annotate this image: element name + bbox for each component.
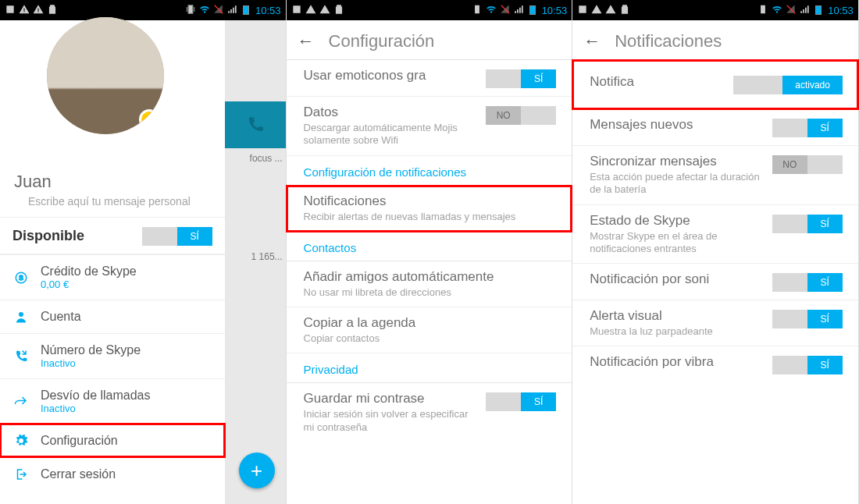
phone-settings: 10:53 ← Configuración Usar emoticonos gr… [287,0,573,504]
row-desvio[interactable]: Desvío de llamadas Inactivo [0,378,225,424]
disponible-label: Disponible [12,228,84,244]
toggle-estado[interactable]: SÍ [772,215,843,233]
bg-text-focus: focus ... [225,148,286,169]
wifi-icon [486,4,497,17]
page-title: Configuración [329,31,435,51]
no-signal-icon [500,4,511,17]
credit-value: 0,00 € [41,279,137,290]
row-cuenta[interactable]: Cuenta [0,300,225,333]
toggle-master[interactable]: activado [733,76,843,94]
image-icon [5,4,16,17]
row-copiar[interactable]: Copiar a la agenda Copiar contactos [287,307,572,353]
row-disponible[interactable]: Disponible SÍ [0,217,225,254]
phone-notifications: 10:53 ← Notificaciones Notifica activado… [572,0,859,504]
numero-value: Inactivo [41,357,141,369]
desvio-value: Inactivo [41,403,151,414]
toggle-disponible[interactable]: SÍ [142,227,212,246]
warning-icon [319,4,330,17]
row-master-notif[interactable]: Notifica activado [572,60,858,109]
battery-icon [243,5,249,15]
no-signal-icon [786,4,797,17]
credit-label: Crédito de Skype [41,264,137,279]
status-bar: 10:53 [572,0,858,20]
svg-point-2 [19,312,23,317]
row-visual[interactable]: Alerta visual Muestra la luz parpadeante… [572,300,858,346]
wifi-icon [772,4,782,17]
row-emoticons[interactable]: Usar emoticonos gra SÍ [287,60,572,97]
phone-in-icon [12,350,30,364]
status-bar: 10:53 [287,0,572,20]
row-sonido[interactable]: Notificación por soni SÍ [572,264,858,300]
row-password[interactable]: Guardar mi contrase Iniciar sesión sin v… [287,383,572,442]
row-cerrar[interactable]: Cerrar sesión [0,457,225,491]
row-mensajes-nuevos[interactable]: Mensajes nuevos SÍ [572,109,858,146]
toggle-emoticons[interactable]: SÍ [486,69,556,88]
section-privacidad: Privacidad [287,353,572,383]
row-credit[interactable]: S Crédito de Skype 0,00 € [0,254,225,300]
person-icon [12,310,30,324]
toggle-sync[interactable]: NO [772,155,843,174]
svg-text:S: S [19,275,23,282]
toggle-password[interactable]: SÍ [486,392,556,411]
bg-text-num: 1 165... [225,247,286,267]
wifi-icon [199,4,210,17]
desvio-label: Desvío de llamadas [41,389,151,403]
clock-time: 10:53 [828,5,854,16]
signal-icon [514,4,525,17]
clipboard-icon [333,4,344,17]
forward-icon [12,395,30,409]
phone-profile: 10:53 focus ... 1 165... + Juan Escribe … [0,0,287,504]
battery-icon [815,5,822,15]
clipboard-icon [47,4,58,17]
toggle-datos[interactable]: NO [486,106,556,125]
personal-message[interactable]: Escribe aquí tu mensaje personal [0,192,225,217]
toggle-vibra[interactable]: SÍ [772,356,843,374]
row-sync[interactable]: Sincronizar mensajes Esta acción puede a… [572,146,858,205]
profile-name: Juan [0,169,225,192]
profile-header [0,20,225,169]
row-amigos[interactable]: Añadir amigos automáticamente No usar mi… [287,261,572,307]
fab-add[interactable]: + [239,453,275,488]
avatar[interactable] [47,17,164,134]
clock-time: 10:53 [255,5,281,16]
toggle-nuevos[interactable]: SÍ [772,119,843,137]
image-icon [577,4,588,17]
warning-icon [605,4,616,17]
warning-icon [33,4,44,17]
cerrar-label: Cerrar sesión [41,467,116,481]
signal-icon [227,4,238,17]
no-signal-icon [213,4,224,17]
clock-time: 10:53 [542,5,568,16]
back-button[interactable]: ← [298,31,315,51]
call-bar[interactable] [225,101,286,148]
section-notificaciones: Configuración de notificaciones [287,156,572,186]
warning-icon [305,4,316,17]
toggle-sonido[interactable]: SÍ [772,273,843,292]
toggle-visual[interactable]: SÍ [772,310,843,328]
signal-icon [800,4,811,17]
cuenta-label: Cuenta [41,310,81,324]
row-numero[interactable]: Número de Skype Inactivo [0,333,225,378]
section-contactos: Contactos [287,232,572,261]
chat-background: focus ... 1 165... + [225,20,286,504]
image-icon [291,4,302,17]
numero-label: Número de Skype [41,343,141,357]
battery-icon [529,5,536,15]
back-button[interactable]: ← [583,31,601,51]
header: ← Notificaciones [572,20,858,59]
row-estado[interactable]: Estado de Skype Mostrar Skype en el área… [572,205,858,264]
presence-away-icon [139,109,159,130]
row-notificaciones[interactable]: Notificaciones Recibir alertas de nuevas… [287,186,572,232]
row-configuracion[interactable]: Configuración [0,424,225,457]
vibrate-icon [757,4,768,17]
header: ← Configuración [287,20,572,59]
page-title: Notificaciones [615,31,722,51]
row-datos[interactable]: Datos Descargar automáticamente Mojis so… [287,97,572,156]
clipboard-icon [619,4,630,17]
vibrate-icon [185,4,196,17]
warning-icon [19,4,30,17]
coin-icon: S [12,271,30,285]
warning-icon [591,4,602,17]
row-vibra[interactable]: Notificación por vibra SÍ [572,346,858,382]
config-label: Configuración [41,434,118,448]
